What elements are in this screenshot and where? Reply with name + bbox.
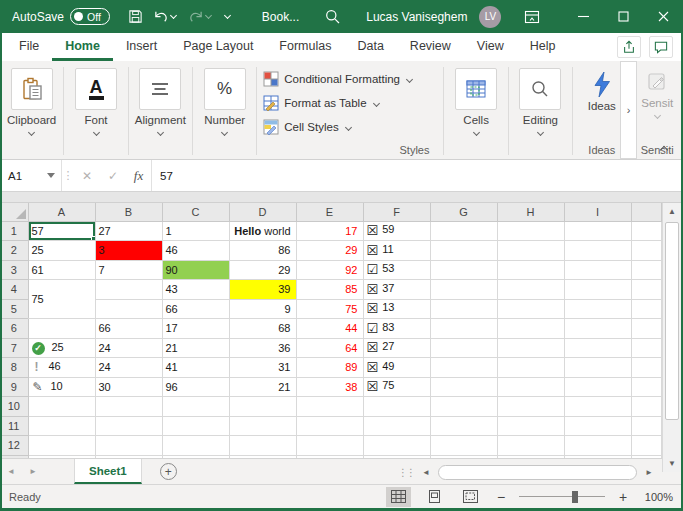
cell-H7[interactable] — [497, 338, 564, 358]
cell-I6[interactable] — [564, 319, 631, 339]
cell-C8[interactable]: 41 — [162, 358, 229, 378]
column-header-g[interactable]: G — [430, 203, 497, 221]
cell-B3[interactable]: 7 — [95, 260, 162, 280]
cell-H1[interactable] — [497, 221, 564, 241]
tab-file[interactable]: File — [6, 33, 52, 61]
horizontal-scrollbar[interactable]: ⋮⋮ ◄ ► — [398, 463, 657, 481]
cell-D10[interactable] — [229, 397, 296, 417]
cell-G3[interactable] — [430, 260, 497, 280]
cell-F2[interactable]: ☒11 — [363, 241, 430, 261]
redo-button[interactable] — [184, 7, 217, 27]
number-group-button[interactable]: % Number — [193, 61, 256, 159]
cells-group-button[interactable]: Cells — [444, 61, 507, 159]
cell-B12[interactable] — [95, 436, 162, 456]
redo-dropdown-icon[interactable] — [205, 12, 212, 19]
row-header-8[interactable]: 8 — [0, 358, 28, 378]
column-header-e[interactable]: E — [296, 203, 363, 221]
tab-home[interactable]: Home — [52, 33, 113, 61]
column-header-c[interactable]: C — [162, 203, 229, 221]
cell-B7[interactable]: 24 — [95, 338, 162, 358]
cell-G7[interactable] — [430, 338, 497, 358]
cell-C2[interactable]: 46 — [162, 241, 229, 261]
tab-insert[interactable]: Insert — [113, 33, 170, 61]
cell-G5[interactable] — [430, 299, 497, 319]
cell-B2[interactable]: 3 — [95, 241, 162, 261]
cell-C6[interactable]: 17 — [162, 319, 229, 339]
name-box-dropdown-icon[interactable] — [47, 173, 55, 178]
row-header-2[interactable]: 2 — [0, 241, 28, 261]
cell-D4[interactable]: 39 — [229, 280, 296, 300]
cell-C4[interactable]: 43 — [162, 280, 229, 300]
row-header-4[interactable]: 4 — [0, 280, 28, 300]
cell-D9[interactable]: 21 — [229, 377, 296, 397]
checkbox-crossed-icon[interactable]: ☒ — [367, 379, 379, 394]
formula-input[interactable]: 57 — [152, 160, 683, 191]
vertical-scroll-track[interactable] — [663, 220, 681, 455]
tab-review[interactable]: Review — [397, 33, 464, 61]
cell-G4[interactable] — [430, 280, 497, 300]
row-header-11[interactable]: 11 — [0, 416, 28, 436]
cell-B1[interactable]: 27 — [95, 221, 162, 241]
cell-D11[interactable] — [229, 416, 296, 436]
cell-F3[interactable]: ☑53 — [363, 260, 430, 280]
cell-E7[interactable]: 64 — [296, 338, 363, 358]
cell-E3[interactable]: 92 — [296, 260, 363, 280]
cell-C3[interactable]: 90 — [162, 260, 229, 280]
cell-I11[interactable] — [564, 416, 631, 436]
cell-A1[interactable]: 57 — [28, 221, 95, 241]
enter-button[interactable]: ✓ — [100, 160, 126, 191]
cell-F12[interactable] — [363, 436, 430, 456]
cell-E11[interactable] — [296, 416, 363, 436]
cell-C9[interactable]: 96 — [162, 377, 229, 397]
checkbox-crossed-icon[interactable]: ☒ — [367, 301, 379, 316]
cell-G2[interactable] — [430, 241, 497, 261]
cell-G10[interactable] — [430, 397, 497, 417]
cell-F11[interactable] — [363, 416, 430, 436]
comments-button[interactable] — [649, 36, 673, 58]
tab-help[interactable]: Help — [517, 33, 569, 61]
cell-D1[interactable]: Hello world — [229, 221, 296, 241]
cell-C7[interactable]: 21 — [162, 338, 229, 358]
sheet-nav-left-icon[interactable]: ◄ — [0, 459, 22, 484]
row-header-9[interactable]: 9 — [0, 377, 28, 397]
cell-E12[interactable] — [296, 436, 363, 456]
column-header-b[interactable]: B — [95, 203, 162, 221]
document-title[interactable]: Book... — [262, 10, 299, 24]
vertical-scrollbar[interactable]: ▲ ▼ — [662, 203, 681, 472]
cell-A9[interactable]: ✎10 — [28, 377, 95, 397]
cell-A6[interactable] — [28, 319, 95, 339]
save-button[interactable] — [124, 6, 147, 27]
cell-B6[interactable]: 66 — [95, 319, 162, 339]
sheet-nav-right-icon[interactable]: ► — [22, 459, 44, 484]
cells-button[interactable] — [455, 68, 497, 110]
maximize-button[interactable] — [603, 0, 643, 33]
cell-A2[interactable]: 25 — [28, 241, 95, 261]
cell-B4[interactable] — [95, 280, 162, 300]
number-button[interactable]: % — [204, 68, 246, 110]
cell-E8[interactable]: 89 — [296, 358, 363, 378]
alignment-group-button[interactable]: Alignment — [129, 61, 192, 159]
cell-H8[interactable] — [497, 358, 564, 378]
cell-B10[interactable] — [95, 397, 162, 417]
cell-C5[interactable]: 66 — [162, 299, 229, 319]
zoom-slider-thumb[interactable] — [572, 491, 578, 503]
ribbon-display-options-button[interactable] — [521, 6, 543, 28]
editing-group-button[interactable]: Editing — [509, 61, 572, 159]
cell-C12[interactable] — [162, 436, 229, 456]
ideas-button-label[interactable]: Ideas — [588, 100, 616, 112]
zoom-in-button[interactable]: + — [616, 489, 630, 505]
customize-quick-access-button[interactable] — [219, 10, 236, 23]
tab-page-layout[interactable]: Page Layout — [170, 33, 266, 61]
share-button[interactable] — [617, 36, 641, 58]
scroll-left-icon[interactable]: ◄ — [418, 464, 434, 480]
normal-view-button[interactable] — [386, 487, 411, 507]
cell-F8[interactable]: ☒49 — [363, 358, 430, 378]
cell-F1[interactable]: ☒59 — [363, 221, 430, 241]
scroll-up-icon[interactable]: ▲ — [663, 203, 681, 220]
cell-C1[interactable]: 1 — [162, 221, 229, 241]
cell-H9[interactable] — [497, 377, 564, 397]
checkbox-crossed-icon[interactable]: ☒ — [367, 282, 379, 297]
scroll-right-icon[interactable]: ► — [641, 464, 657, 480]
column-header-h[interactable]: H — [497, 203, 564, 221]
cell-I3[interactable] — [564, 260, 631, 280]
